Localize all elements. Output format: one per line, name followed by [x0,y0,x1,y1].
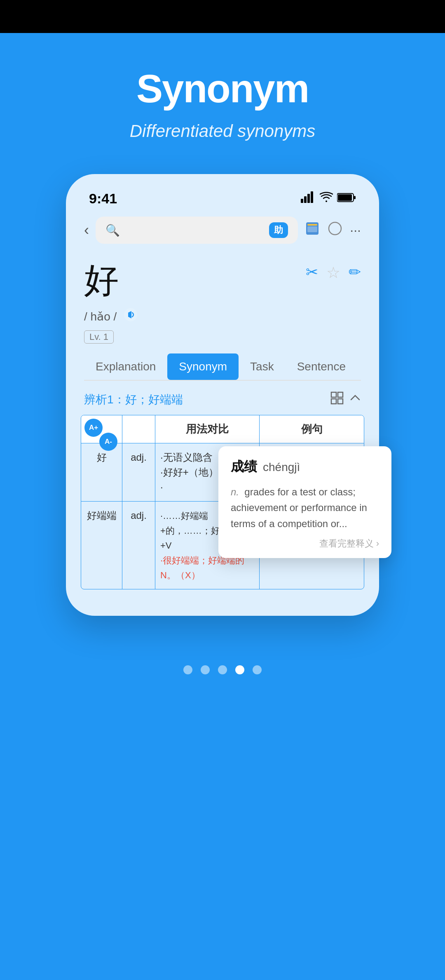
svg-rect-14 [338,392,343,397]
svg-rect-1 [304,196,307,203]
svg-rect-3 [311,191,313,203]
status-icons [301,191,356,206]
cell-pos-1: adj. [122,443,155,501]
tab-synonym[interactable]: Synonym [167,353,239,380]
dots-pagination [183,641,262,707]
section-header: 辨析1：好；好端端 [81,391,364,408]
dot-3[interactable] [218,665,227,674]
popup-more-link[interactable]: 查看完整释义 › [231,537,379,550]
svg-rect-5 [338,194,352,201]
status-time: 9:41 [89,191,117,207]
svg-rect-2 [307,194,310,203]
svg-rect-13 [331,392,336,397]
star-icon[interactable]: ☆ [326,264,340,282]
tab-sentence[interactable]: Sentence [286,353,357,380]
signal-icon [301,191,316,206]
search-bar-row: ‹ 🔍 助 ··· [81,217,364,244]
sound-icon[interactable] [123,307,138,325]
word-title: 好 [84,257,119,304]
section-words: 好；好端端 [125,393,183,406]
cell-pos-2: adj. [122,502,155,589]
svg-rect-15 [331,399,336,404]
expand-icon[interactable] [330,391,344,408]
back-button[interactable]: ‹ [84,221,89,239]
section-title: 辨析1：好；好端端 [84,392,183,408]
status-bar: 9:41 [81,191,364,207]
scissors-icon[interactable]: ✂ [306,264,318,282]
dot-2[interactable] [201,665,210,674]
battery-icon [337,192,356,205]
col-pos-header [122,415,155,443]
popup-def-text: grades for a test or class; achievement … [231,486,367,529]
col-word-header [81,415,122,443]
svg-rect-6 [354,196,356,199]
edit-icon[interactable]: ✏ [349,264,361,282]
helper-badge[interactable]: 助 [269,222,288,238]
section-prefix: 辨析1： [84,393,125,406]
hero-section: Synonym Differentiated synonyms 9:41 ‹ [0,33,445,641]
collapse-icon[interactable] [349,392,361,407]
svg-rect-9 [307,226,317,232]
popup-definition: n. grades for a test or class; achieveme… [231,484,379,532]
col-usage-header: 用法对比 [155,415,260,443]
word-actions: ✂ ☆ ✏ [306,264,361,282]
popup-word: 成绩 [231,458,257,476]
dot-1[interactable] [183,665,192,674]
word-popup: 成绩 chéngjì n. grades for a test or class… [218,446,391,558]
col-example-header: 例句 [260,415,364,443]
svg-rect-16 [338,399,343,404]
svg-point-10 [329,222,341,235]
tab-explanation[interactable]: Explanation [84,353,167,380]
search-input-container[interactable]: 🔍 助 [96,217,298,244]
circle-icon[interactable] [328,221,342,239]
popup-pos: n. [231,486,239,497]
wifi-icon [320,191,333,206]
table-header-row: 用法对比 例句 [81,415,364,443]
svg-rect-8 [307,224,317,226]
hero-title: Synonym [136,66,309,111]
section-actions [330,391,361,408]
svg-rect-0 [301,199,303,203]
more-icon[interactable]: ··· [350,223,361,238]
tab-task[interactable]: Task [239,353,286,380]
dot-5[interactable] [253,665,262,674]
phone-mockup: 9:41 ‹ 🔍 助 [66,174,379,616]
book-icon[interactable] [304,221,320,240]
dot-4-active[interactable] [235,665,244,674]
popup-header: 成绩 chéngjì [231,458,379,480]
tabs-row: Explanation Synonym Task Sentence [84,353,361,381]
word-header: 好 ✂ ☆ ✏ [81,257,364,304]
popup-pinyin: chéngjì [263,461,300,474]
cell-word-1: 好 [81,443,122,501]
hero-subtitle: Differentiated synonyms [130,121,316,141]
pronunciation-row: / hǎo / [81,307,364,325]
top-black-bar [0,0,445,33]
pinyin-text: / hǎo / [84,310,117,323]
search-icon: 🔍 [105,224,120,237]
cell-word-2: 好端端 [81,502,122,589]
toolbar-icons: ··· [304,221,361,240]
usage-red-2: ·很好端端；好端端的N。（X） [160,555,244,580]
level-badge: Lv. 1 [84,330,114,344]
